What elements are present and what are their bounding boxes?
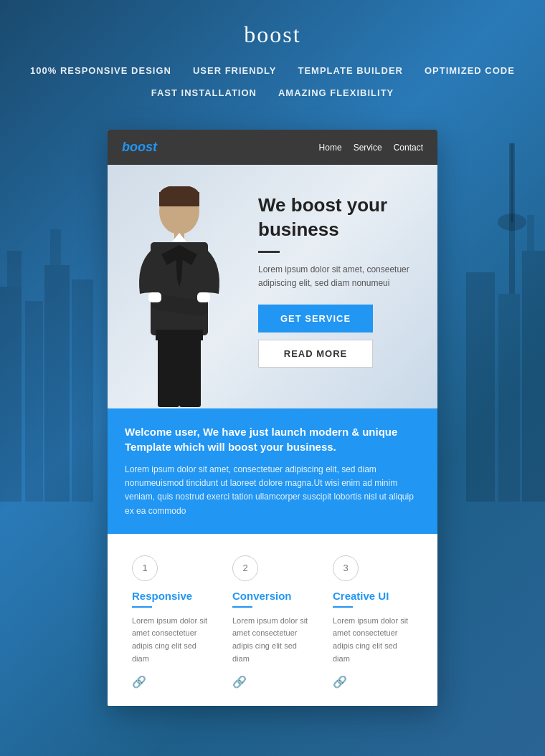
feature-tags: 100% RESPONSIVE DESIGN USER FRIENDLY TEM… bbox=[14, 62, 531, 101]
nav-brand: boost bbox=[122, 140, 157, 155]
hero-divider bbox=[258, 251, 280, 253]
svg-rect-26 bbox=[158, 335, 179, 407]
feature-title-0[interactable]: Responsive bbox=[132, 590, 212, 602]
businessman-figure bbox=[118, 186, 240, 408]
features-section: 1 Responsive Lorem ipsum dolor sit amet … bbox=[108, 534, 437, 706]
feature-tag-3: OPTIMIZED CODE bbox=[425, 62, 515, 79]
feature-title-2[interactable]: Creative UI bbox=[333, 590, 413, 602]
feature-underline-1 bbox=[232, 606, 252, 608]
feature-link-icon-1[interactable]: 🔗 bbox=[232, 676, 247, 688]
feature-item-1: 2 Conversion Lorem ipsum dolor sit amet … bbox=[222, 555, 323, 689]
feature-tag-0: 100% RESPONSIVE DESIGN bbox=[30, 62, 171, 79]
feature-link-icon-2[interactable]: 🔗 bbox=[333, 676, 347, 688]
nav-link-home[interactable]: Home bbox=[319, 143, 342, 153]
feature-tag-1: USER FRIENDLY bbox=[193, 62, 277, 79]
feature-link-icon-0[interactable]: 🔗 bbox=[132, 676, 146, 688]
preview-card: boost Home Service Contact bbox=[108, 130, 437, 706]
welcome-body: Lorem ipsum dolor sit amet, consectetuer… bbox=[125, 463, 420, 518]
feature-desc-2: Lorem ipsum dolor sit amet consectetuer … bbox=[333, 615, 413, 665]
feature-underline-2 bbox=[333, 606, 353, 608]
feature-underline-0 bbox=[132, 606, 152, 608]
nav-links: Home Service Contact bbox=[319, 143, 423, 153]
hero-image-area bbox=[108, 165, 251, 408]
preview-nav: boost Home Service Contact bbox=[108, 130, 437, 165]
feature-tag-4: FAST INSTALLATION bbox=[151, 85, 257, 101]
welcome-title: Welcome user, We have just launch modern… bbox=[125, 424, 420, 454]
feature-item-2: 3 Creative UI Lorem ipsum dolor sit amet… bbox=[323, 555, 423, 689]
read-more-button[interactable]: READ MORE bbox=[258, 340, 373, 368]
hero-title: We boost your business bbox=[258, 193, 423, 242]
hero-body-text: Lorem ipsum dolor sit amet, conseetuer a… bbox=[258, 263, 423, 290]
feature-item-0: 1 Responsive Lorem ipsum dolor sit amet … bbox=[122, 555, 222, 689]
get-service-button[interactable]: GET SERVICE bbox=[258, 305, 373, 332]
svg-rect-24 bbox=[148, 292, 161, 302]
nav-link-service[interactable]: Service bbox=[354, 143, 382, 153]
welcome-section: Welcome user, We have just launch modern… bbox=[108, 408, 437, 534]
feature-tag-5: AMAZING FLEXIBILITY bbox=[278, 85, 394, 101]
feature-number-2: 3 bbox=[333, 555, 359, 581]
nav-link-contact[interactable]: Contact bbox=[394, 143, 423, 153]
feature-desc-1: Lorem ipsum dolor sit amet consectetuer … bbox=[232, 615, 313, 665]
feature-desc-0: Lorem ipsum dolor sit amet consectetuer … bbox=[132, 615, 212, 665]
hero-content: We boost your business Lorem ipsum dolor… bbox=[251, 165, 437, 408]
top-header: boost 100% RESPONSIVE DESIGN USER FRIEND… bbox=[0, 0, 545, 115]
feature-number-1: 2 bbox=[232, 555, 258, 581]
feature-number-0: 1 bbox=[132, 555, 158, 581]
feature-tag-2: TEMPLATE BUILDER bbox=[298, 62, 402, 79]
hero-section: We boost your business Lorem ipsum dolor… bbox=[108, 165, 437, 408]
feature-title-1[interactable]: Conversion bbox=[232, 590, 313, 602]
svg-rect-25 bbox=[197, 292, 210, 302]
svg-rect-27 bbox=[179, 335, 201, 407]
svg-rect-28 bbox=[156, 330, 203, 340]
svg-rect-15 bbox=[159, 192, 199, 206]
brand-title: boost bbox=[14, 21, 531, 48]
